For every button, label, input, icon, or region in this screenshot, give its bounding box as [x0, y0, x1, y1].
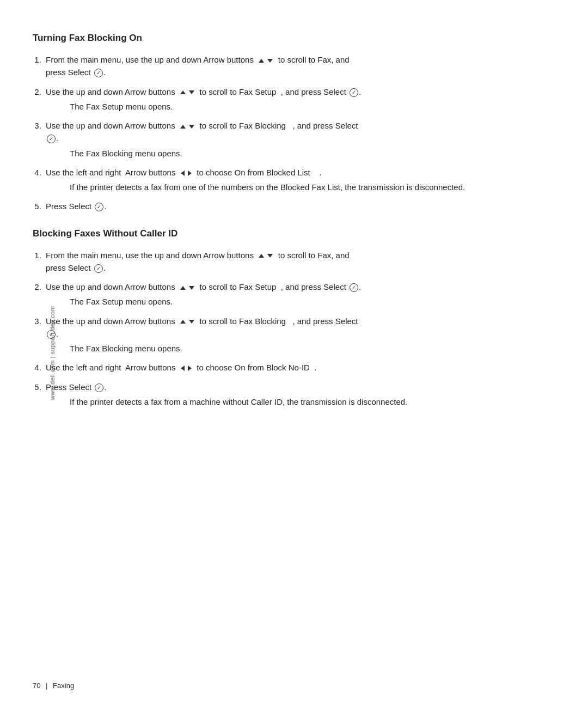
- footer-section: Faxing: [53, 681, 74, 690]
- arrow-down-icon: [189, 286, 194, 290]
- step4-text: Use the left and right Arrow buttons: [46, 168, 178, 177]
- section1-steps: From the main menu, use the up and down …: [44, 53, 555, 213]
- list-item: Use the up and down Arrow buttons to scr…: [44, 315, 555, 355]
- list-item: Use the up and down Arrow buttons to scr…: [44, 281, 555, 308]
- select-icon: [95, 203, 103, 211]
- main-content: Turning Fax Blocking On From the main me…: [33, 33, 555, 458]
- arrow-down-icon: [267, 59, 273, 63]
- step3-sub: The Fax Blocking menu opens.: [70, 147, 555, 160]
- step3-text: Use the up and down Arrow buttons: [46, 121, 177, 130]
- arrow-up-icon: [259, 254, 264, 258]
- s2-step5-sub: If the printer detects a fax from a mach…: [70, 395, 555, 408]
- s2-step4-text2: to choose On from Block No-ID .: [194, 363, 316, 372]
- s2-step2-text2: to scroll to Fax Setup , and press Selec…: [197, 282, 361, 291]
- arrow-up-icon: [259, 59, 264, 63]
- arrow-up-icon: [180, 90, 186, 94]
- step2-text2: to scroll to Fax Setup , and press Selec…: [197, 87, 361, 96]
- step4-text2: to choose On from Blocked List .: [194, 168, 321, 177]
- arrow-right-icon: [188, 171, 192, 176]
- select-icon: [350, 88, 358, 97]
- arrow-up-icon: [180, 286, 186, 290]
- s2-step1-text: From the main menu, use the up and down …: [46, 251, 256, 260]
- select-icon: [94, 69, 103, 77]
- step4-sub: If the printer detects a fax from one of…: [70, 181, 555, 193]
- list-item: Use the left and right Arrow buttons to …: [44, 166, 555, 194]
- select-icon: [47, 135, 56, 143]
- arrow-left-icon: [181, 366, 185, 371]
- select-icon: [95, 384, 103, 392]
- step1-text: From the main menu, use the up and down …: [46, 55, 256, 64]
- arrow-up-icon: [180, 320, 186, 324]
- arrow-down-icon: [189, 90, 194, 94]
- list-item: Use the up and down Arrow buttons to scr…: [44, 119, 555, 160]
- s2-step2-sub: The Fax Setup menu opens.: [70, 295, 555, 308]
- arrow-left-icon: [181, 171, 185, 176]
- list-item: From the main menu, use the up and down …: [44, 249, 555, 275]
- footer: 70 | Faxing: [33, 681, 74, 690]
- s2-step2-text: Use the up and down Arrow buttons: [46, 282, 177, 291]
- arrow-down-icon: [189, 125, 194, 129]
- footer-page: 70: [33, 681, 40, 690]
- arrow-down-icon: [267, 254, 273, 258]
- select-icon: [350, 283, 358, 292]
- select-icon: [94, 264, 103, 273]
- section2-title: Blocking Faxes Without Caller ID: [33, 228, 555, 239]
- s2-step4-text: Use the left and right Arrow buttons: [46, 363, 178, 372]
- select-icon: [47, 330, 56, 339]
- section2-steps: From the main menu, use the up and down …: [44, 249, 555, 409]
- step2-sub: The Fax Setup menu opens.: [70, 100, 555, 113]
- step5-text: Press Select .: [46, 202, 107, 211]
- list-item: Press Select . If the printer detects a …: [44, 381, 555, 409]
- list-item: Use the up and down Arrow buttons to scr…: [44, 86, 555, 113]
- sidebar-label: www.dell.com | support.dell.com: [49, 306, 56, 400]
- arrow-up-icon: [180, 125, 186, 129]
- footer-divider: |: [46, 681, 47, 690]
- s2-step3-sub: The Fax Blocking menu opens.: [70, 342, 555, 355]
- step2-text: Use the up and down Arrow buttons: [46, 87, 177, 96]
- s2-step3-text: Use the up and down Arrow buttons: [46, 317, 177, 326]
- list-item: Use the left and right Arrow buttons to …: [44, 361, 555, 374]
- list-item: Press Select .: [44, 200, 555, 212]
- arrow-down-icon: [189, 320, 194, 324]
- section1-title: Turning Fax Blocking On: [33, 33, 555, 44]
- list-item: From the main menu, use the up and down …: [44, 53, 555, 79]
- arrow-right-icon: [188, 366, 192, 371]
